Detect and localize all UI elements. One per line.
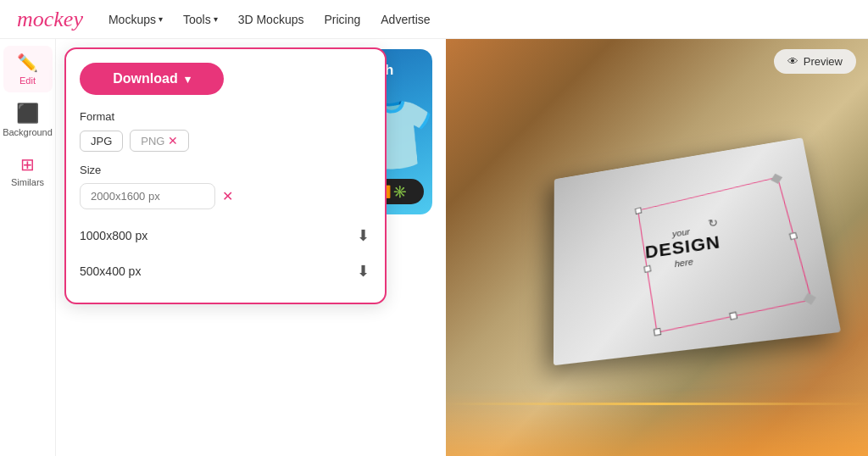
nav-3d-mockups[interactable]: 3D Mockups [238, 13, 304, 26]
nav-mockups[interactable]: Mockups ▾ [108, 13, 163, 26]
format-row: JPG PNG ✕ [80, 130, 371, 152]
chevron-down-icon: ▾ [185, 73, 191, 86]
download-panel: Download ▾ Format JPG PNG ✕ Size ✕ 1000x… [64, 47, 387, 304]
size-input[interactable] [80, 183, 215, 209]
chevron-down-icon: ▾ [159, 14, 163, 24]
preview-button[interactable]: 👁 Preview [774, 49, 856, 74]
sidebar-label-background: Background [3, 127, 53, 137]
size-option-2: 500x400 px ⬇ [80, 253, 371, 289]
sidebar-label-similars: Similars [11, 177, 44, 187]
eye-icon: 👁 [787, 55, 798, 68]
size-input-row: ✕ [80, 183, 371, 209]
sidebar-item-similars[interactable]: ⊞ Similars [3, 147, 53, 194]
sidebar-item-edit[interactable]: ✏️ Edit [3, 46, 53, 92]
book-mockup: your DESIGN here ↻ [479, 120, 835, 375]
png-option[interactable]: PNG ✕ [130, 130, 189, 152]
logo[interactable]: mockey [17, 7, 83, 32]
background-icon: ⬛ [16, 103, 39, 125]
navbar: mockey Mockups ▾ Tools ▾ 3D Mockups Pric… [0, 0, 868, 39]
size-label: Size [80, 164, 371, 176]
design-text: your DESIGN here [644, 222, 723, 272]
handle-bottom-middle[interactable] [729, 312, 737, 320]
clear-size-icon[interactable]: ✕ [222, 188, 233, 204]
download-label: Download [113, 71, 177, 86]
download-button[interactable]: Download ▾ [80, 63, 224, 95]
format-label: Format [80, 110, 371, 123]
nav-items: Mockups ▾ Tools ▾ 3D Mockups Pricing Adv… [108, 13, 431, 26]
canvas-area[interactable]: your DESIGN here ↻ [446, 39, 868, 456]
mockup-container: your DESIGN here ↻ [446, 39, 868, 456]
nav-advertise[interactable]: Advertise [381, 13, 430, 26]
download-500-button[interactable]: ⬇ [355, 260, 371, 282]
chevron-down-icon: ▾ [214, 14, 218, 24]
handle-top-right[interactable] [771, 174, 782, 184]
edit-icon: ✏️ [17, 53, 38, 73]
download-1000-button[interactable]: ⬇ [355, 225, 371, 247]
glow-line [446, 403, 868, 405]
star-icon: ✳️ [392, 185, 407, 198]
nav-pricing[interactable]: Pricing [324, 13, 360, 26]
size-500-label: 500x400 px [80, 264, 141, 278]
size-1000-label: 1000x800 px [80, 229, 147, 242]
handle-bottom-right[interactable] [804, 292, 816, 305]
similars-icon: ⊞ [20, 154, 35, 175]
sidebar-label-edit: Edit [19, 75, 36, 86]
nav-tools[interactable]: Tools ▾ [183, 13, 218, 26]
handle-middle-right[interactable] [789, 231, 798, 239]
sidebar-item-background[interactable]: ⬛ Background [3, 96, 53, 144]
main-layout: ✏️ Edit ⬛ Background ⊞ Similars Download… [0, 39, 868, 456]
size-option-1: 1000x800 px ⬇ [80, 218, 371, 253]
handle-bottom-left[interactable] [654, 328, 661, 336]
jpg-button[interactable]: JPG [80, 131, 123, 152]
panel-wrapper: Download ▾ Format JPG PNG ✕ Size ✕ 1000x… [56, 39, 446, 456]
handle-top-left[interactable] [635, 207, 642, 214]
close-icon[interactable]: ✕ [168, 134, 178, 147]
sidebar: ✏️ Edit ⬛ Background ⊞ Similars [0, 39, 56, 456]
book-surface: your DESIGN here ↻ [554, 137, 841, 365]
